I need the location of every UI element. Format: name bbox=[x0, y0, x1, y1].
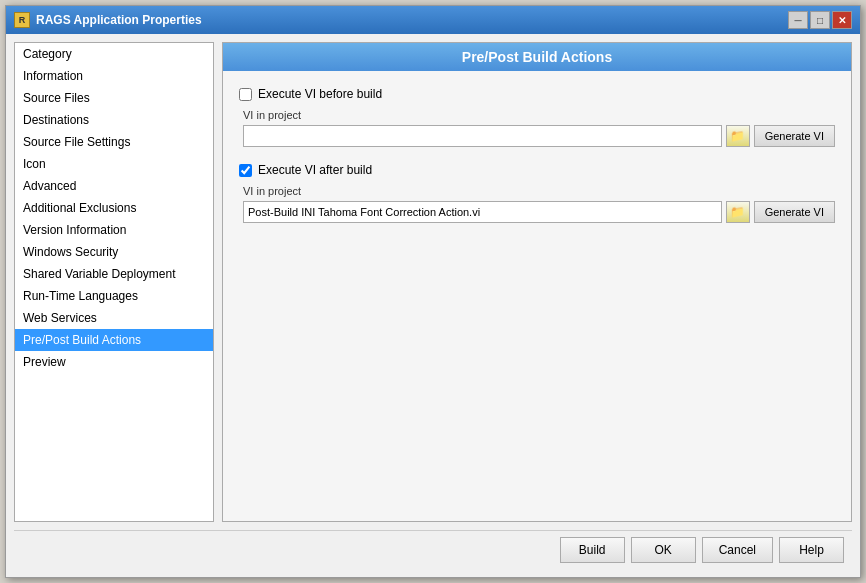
sidebar-item-source-files[interactable]: Source Files bbox=[15, 87, 213, 109]
sidebar-item-windows-security[interactable]: Windows Security bbox=[15, 241, 213, 263]
window-title: RAGS Application Properties bbox=[36, 13, 788, 27]
sidebar-item-source-file-settings[interactable]: Source File Settings bbox=[15, 131, 213, 153]
build-button[interactable]: Build bbox=[560, 537, 625, 563]
sidebar-item-icon[interactable]: Icon bbox=[15, 153, 213, 175]
browse-before-button[interactable]: 📁 bbox=[726, 125, 750, 147]
sidebar-item-destinations[interactable]: Destinations bbox=[15, 109, 213, 131]
sidebar-item-version-information[interactable]: Version Information bbox=[15, 219, 213, 241]
execute-after-checkbox[interactable] bbox=[239, 164, 252, 177]
vi-after-label: VI in project bbox=[243, 185, 835, 197]
execute-before-label: Execute VI before build bbox=[258, 87, 382, 101]
content-header: Pre/Post Build Actions bbox=[223, 43, 851, 71]
sidebar-item-advanced[interactable]: Advanced bbox=[15, 175, 213, 197]
execute-before-row: Execute VI before build bbox=[239, 87, 835, 101]
execute-after-row: Execute VI after build bbox=[239, 163, 835, 177]
generate-before-button[interactable]: Generate VI bbox=[754, 125, 835, 147]
help-button[interactable]: Help bbox=[779, 537, 844, 563]
generate-after-button[interactable]: Generate VI bbox=[754, 201, 835, 223]
main-area: CategoryInformationSource FilesDestinati… bbox=[14, 42, 852, 522]
cancel-button[interactable]: Cancel bbox=[702, 537, 773, 563]
sidebar-item-pre-post-build-actions[interactable]: Pre/Post Build Actions bbox=[15, 329, 213, 351]
vi-before-label: VI in project bbox=[243, 109, 835, 121]
browse-after-button[interactable]: 📁 bbox=[726, 201, 750, 223]
sidebar: CategoryInformationSource FilesDestinati… bbox=[14, 42, 214, 522]
sidebar-item-information[interactable]: Information bbox=[15, 65, 213, 87]
vi-after-input[interactable] bbox=[243, 201, 722, 223]
sidebar-item-preview[interactable]: Preview bbox=[15, 351, 213, 373]
sidebar-item-web-services[interactable]: Web Services bbox=[15, 307, 213, 329]
close-button[interactable]: ✕ bbox=[832, 11, 852, 29]
sidebar-item-additional-exclusions[interactable]: Additional Exclusions bbox=[15, 197, 213, 219]
vi-after-input-row: 📁 Generate VI bbox=[243, 201, 835, 223]
execute-before-section: Execute VI before build VI in project 📁 … bbox=[239, 87, 835, 147]
content-panel: Pre/Post Build Actions Execute VI before… bbox=[222, 42, 852, 522]
maximize-button[interactable]: □ bbox=[810, 11, 830, 29]
execute-before-checkbox[interactable] bbox=[239, 88, 252, 101]
vi-before-input-row: 📁 Generate VI bbox=[243, 125, 835, 147]
sidebar-item-shared-variable-deployment[interactable]: Shared Variable Deployment bbox=[15, 263, 213, 285]
vi-before-input[interactable] bbox=[243, 125, 722, 147]
minimize-button[interactable]: ─ bbox=[788, 11, 808, 29]
execute-after-section: Execute VI after build VI in project 📁 G… bbox=[239, 163, 835, 223]
content-body: Execute VI before build VI in project 📁 … bbox=[223, 71, 851, 521]
sidebar-item-category[interactable]: Category bbox=[15, 43, 213, 65]
title-bar-buttons: ─ □ ✕ bbox=[788, 11, 852, 29]
sidebar-item-run-time-languages[interactable]: Run-Time Languages bbox=[15, 285, 213, 307]
ok-button[interactable]: OK bbox=[631, 537, 696, 563]
window-icon: R bbox=[14, 12, 30, 28]
application-window: R RAGS Application Properties ─ □ ✕ Cate… bbox=[5, 5, 861, 578]
window-content: CategoryInformationSource FilesDestinati… bbox=[6, 34, 860, 577]
execute-after-label: Execute VI after build bbox=[258, 163, 372, 177]
title-bar: R RAGS Application Properties ─ □ ✕ bbox=[6, 6, 860, 34]
bottom-bar: Build OK Cancel Help bbox=[14, 530, 852, 569]
